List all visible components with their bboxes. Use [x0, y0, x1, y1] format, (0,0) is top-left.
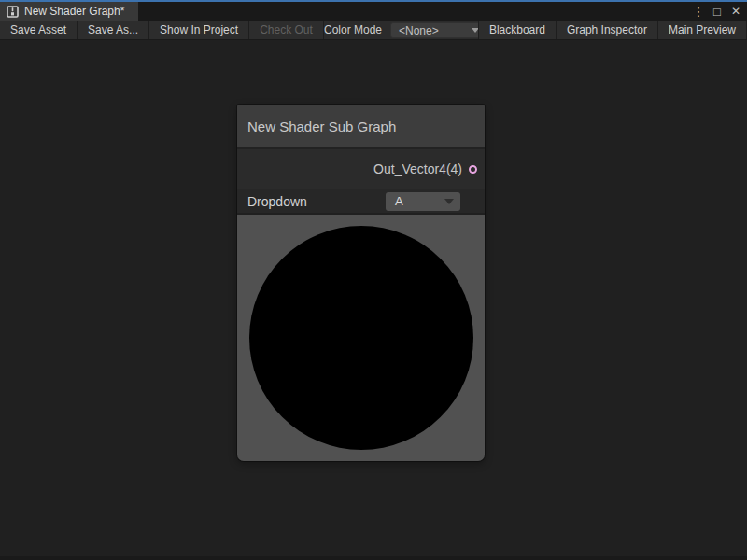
graph-inspector-toggle-button[interactable]: Graph Inspector — [557, 21, 658, 39]
color-mode-selected-value: <None> — [399, 24, 472, 37]
color-mode-label: Color Mode — [324, 21, 382, 39]
graph-toolbar: Save Asset Save As... Show In Project Ch… — [0, 21, 747, 40]
toolbar-right-group: Blackboard Graph Inspector Main Preview — [478, 21, 747, 39]
window-bottom-edge — [0, 556, 747, 560]
maximize-icon[interactable]: □ — [710, 4, 725, 19]
node-dropdown-select[interactable]: A — [386, 192, 460, 211]
close-icon[interactable]: ✕ — [728, 4, 743, 19]
sub-graph-output-node[interactable]: New Shader Sub Graph Out_Vector4(4) Drop… — [237, 105, 485, 461]
dropdown-control-label: Dropdown — [247, 194, 386, 209]
save-as-button[interactable]: Save As... — [78, 21, 149, 39]
preview-shape-circle — [249, 226, 473, 450]
shader-graph-asset-icon — [7, 6, 19, 18]
blackboard-toggle-button[interactable]: Blackboard — [478, 21, 557, 39]
main-preview-toggle-button[interactable]: Main Preview — [658, 21, 747, 39]
color-mode-dropdown[interactable]: <None> — [390, 22, 486, 38]
check-out-button: Check Out — [249, 21, 324, 39]
tab-new-shader-graph[interactable]: New Shader Graph* — [0, 2, 138, 21]
node-dropdown-selected-value: A — [395, 194, 444, 208]
node-title-bar[interactable]: New Shader Sub Graph — [237, 105, 485, 149]
node-dropdown-row: Dropdown A — [237, 189, 485, 215]
save-asset-button[interactable]: Save Asset — [0, 21, 78, 39]
tab-bar: New Shader Graph* ⋮ □ ✕ — [0, 2, 747, 21]
vector4-port-icon[interactable] — [469, 165, 477, 174]
output-port-label: Out_Vector4(4) — [374, 161, 462, 176]
show-in-project-button[interactable]: Show In Project — [149, 21, 249, 39]
node-output-port-row: Out_Vector4(4) — [237, 149, 485, 189]
tab-title: New Shader Graph* — [24, 5, 124, 18]
chevron-down-icon — [444, 199, 454, 204]
window-controls: ⋮ □ ✕ — [691, 2, 743, 21]
window-menu-icon[interactable]: ⋮ — [691, 4, 706, 19]
toolbar-left-group: Save Asset Save As... Show In Project Ch… — [0, 21, 324, 39]
node-title: New Shader Sub Graph — [247, 119, 396, 134]
node-preview-pane[interactable] — [237, 215, 485, 461]
